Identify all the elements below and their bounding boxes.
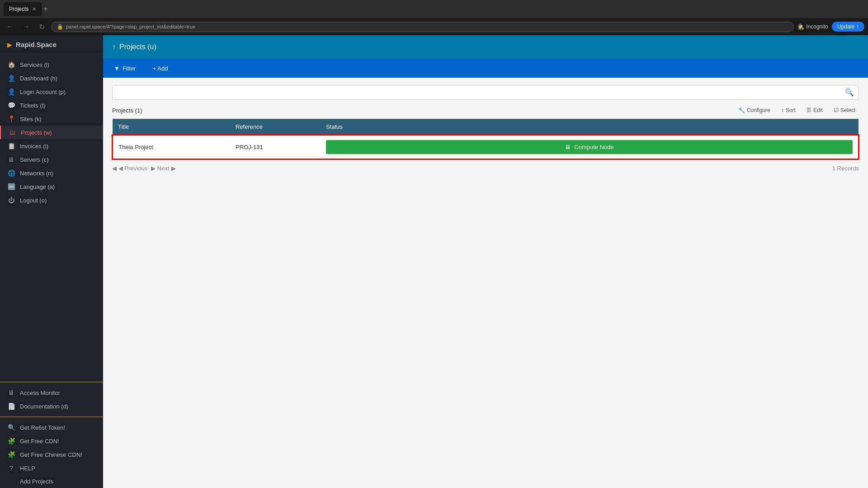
search-input[interactable]	[113, 85, 840, 99]
cdn-icon: 🧩	[7, 437, 15, 445]
sidebar-item-add-projects[interactable]: Add Projects	[0, 475, 103, 488]
search-bar: 🔍	[112, 85, 859, 100]
active-tab[interactable]: Projects ✕	[4, 2, 42, 16]
projects-table: Title Reference Status Theia Project	[112, 119, 859, 160]
projects-icon: 🗂	[8, 129, 16, 136]
main-content: ↑ Projects (u) ▼ Filter + Add 🔍 Projects…	[103, 35, 868, 488]
page-buttons: ◀ ◀ Previous ▶ Next ▶	[112, 165, 176, 172]
table-body: Theia Project PROJ-131 🖥 Compute Node	[113, 135, 859, 159]
sidebar-item-invoices[interactable]: 📋 Invoices (i)	[0, 139, 103, 153]
table-header: Title Reference Status	[113, 119, 859, 135]
table-row[interactable]: Theia Project PROJ-131 🖥 Compute Node	[113, 135, 859, 159]
cell-title: Theia Project	[113, 135, 230, 159]
sidebar-label-help: HELP	[20, 465, 35, 472]
prev-icon: ◀	[112, 165, 117, 172]
select-button[interactable]: ☑ Select	[830, 105, 859, 115]
sort-icon: ↕	[781, 107, 784, 113]
update-button[interactable]: Update ↑	[832, 22, 864, 32]
sidebar-item-documentation[interactable]: 📄 Documentation (d)	[0, 399, 103, 413]
monitor-icon: 🖥	[7, 389, 15, 396]
refresh-button[interactable]: ↻	[36, 22, 47, 32]
sidebar-label-invoices: Invoices (i)	[20, 143, 48, 150]
edit-button[interactable]: ☰ Edit	[803, 105, 826, 115]
tab-bar: Projects ✕ +	[4, 2, 48, 16]
sidebar-label-add-projects: Add Projects	[20, 478, 53, 485]
sidebar-label-servers: Servers (c)	[20, 156, 49, 163]
cell-reference: PROJ-131	[230, 135, 321, 159]
new-tab-button[interactable]: +	[43, 5, 47, 13]
sidebar-item-sites[interactable]: 📍 Sites (k)	[0, 112, 103, 126]
sidebar-label-tickets: Tickets (t)	[20, 102, 46, 109]
invoices-icon: 📋	[7, 142, 15, 150]
sidebar-label-chinese-cdn: Get Free Chinese CDN!	[20, 451, 82, 458]
sidebar-item-re6st[interactable]: 🔍 Get Re6st Token!	[0, 421, 103, 434]
logo-rapid: Rapid	[16, 41, 35, 48]
sidebar-item-networks[interactable]: 🌐 Networks (n)	[0, 166, 103, 180]
logo-space: Space	[37, 41, 57, 48]
chinese-cdn-icon: 🧩	[7, 451, 15, 458]
page-title: Projects (u)	[119, 43, 156, 51]
address-bar[interactable]: 🔒 panel.rapid.space/#/?page=slap_project…	[51, 22, 794, 32]
sidebar-item-logout[interactable]: ⏻ Logout (o)	[0, 193, 103, 207]
col-header-title[interactable]: Title	[113, 119, 230, 135]
sidebar-label-projects: Projects (w)	[21, 129, 52, 136]
col-header-reference[interactable]: Reference	[230, 119, 321, 135]
sidebar-label-re6st: Get Re6st Token!	[20, 424, 65, 431]
sidebar-item-tickets[interactable]: 💬 Tickets (t)	[0, 99, 103, 112]
sort-button[interactable]: ↕ Sort	[778, 105, 799, 115]
add-button[interactable]: + Add	[146, 63, 172, 74]
sidebar-item-help[interactable]: ? HELP	[0, 461, 103, 475]
logo: ▶ Rapid.Space	[0, 35, 103, 54]
sidebar-item-services[interactable]: 🏠 Services (l)	[0, 58, 103, 71]
filter-icon: ▼	[114, 65, 120, 72]
doc-icon: 📄	[7, 403, 15, 410]
sidebar-label-documentation: Documentation (d)	[20, 403, 68, 410]
records-count: 1 Records	[832, 165, 859, 172]
page-header: ↑ Projects (u)	[103, 35, 868, 59]
sidebar-nav: 🏠 Services (l) 👤 Dashboard (h) 👤 Login A…	[0, 54, 103, 378]
incognito-badge: 🕵 Incognito	[797, 23, 828, 30]
logo-text: Rapid.Space	[16, 41, 57, 48]
help-icon: ?	[7, 465, 15, 472]
tab-close-icon[interactable]: ✕	[32, 6, 36, 12]
dashboard-icon: 👤	[7, 75, 15, 82]
forward-button[interactable]: →	[20, 22, 33, 32]
configure-icon: 🔧	[738, 107, 745, 113]
language-icon: 🔤	[7, 183, 15, 190]
back-button[interactable]: ←	[4, 22, 16, 32]
previous-button[interactable]: ◀ ◀ Previous	[112, 165, 147, 172]
tab-title: Projects	[9, 6, 28, 12]
sidebar-item-language[interactable]: 🔤 Language (a)	[0, 180, 103, 193]
networks-icon: 🌐	[7, 169, 15, 177]
home-icon: 🏠	[7, 61, 15, 68]
sidebar-item-cdn[interactable]: 🧩 Get Free CDN!	[0, 434, 103, 448]
filter-button[interactable]: ▼ Filter	[110, 63, 139, 74]
sites-icon: 📍	[7, 115, 15, 122]
sidebar-item-dashboard[interactable]: 👤 Dashboard (h)	[0, 71, 103, 85]
sidebar-item-access-monitor[interactable]: 🖥 Access Monitor	[0, 386, 103, 399]
address-text: panel.rapid.space/#/?page=slap_project_l…	[66, 24, 195, 29]
account-icon: 👤	[7, 88, 15, 95]
sidebar-divider-2	[0, 417, 103, 417]
pagination: ◀ ◀ Previous ▶ Next ▶ 1 Records	[112, 165, 859, 172]
sidebar-label-access-monitor: Access Monitor	[20, 389, 60, 396]
sidebar-label-dashboard: Dashboard (h)	[20, 75, 57, 82]
sidebar-item-projects[interactable]: 🗂 Projects (w)	[0, 126, 103, 139]
sidebar-item-servers[interactable]: 🖥 Servers (c)	[0, 153, 103, 166]
configure-button[interactable]: 🔧 Configure	[735, 105, 774, 115]
col-header-status[interactable]: Status	[321, 119, 859, 135]
sidebar-item-chinese-cdn[interactable]: 🧩 Get Free Chinese CDN!	[0, 448, 103, 461]
select-icon: ☑	[834, 107, 839, 113]
logo-play-icon: ▶	[7, 41, 12, 48]
re6st-icon: 🔍	[7, 424, 15, 431]
browser-chrome: Projects ✕ +	[0, 0, 868, 18]
nav-bar: ← → ↻ 🔒 panel.rapid.space/#/?page=slap_p…	[0, 18, 868, 35]
content-area: 🔍 Projects (1) 🔧 Configure ↕ Sort ☰ Edi	[103, 78, 868, 488]
sidebar-divider-1	[0, 382, 103, 382]
sidebar-label-language: Language (a)	[20, 183, 55, 190]
sidebar-item-login-account[interactable]: 👤 Login Account (p)	[0, 85, 103, 99]
next-button[interactable]: ▶ Next ▶	[151, 165, 175, 172]
list-actions: 🔧 Configure ↕ Sort ☰ Edit ☑ Select	[735, 105, 859, 115]
search-button[interactable]: 🔍	[840, 85, 859, 99]
compute-node-button[interactable]: 🖥 Compute Node	[326, 140, 853, 154]
